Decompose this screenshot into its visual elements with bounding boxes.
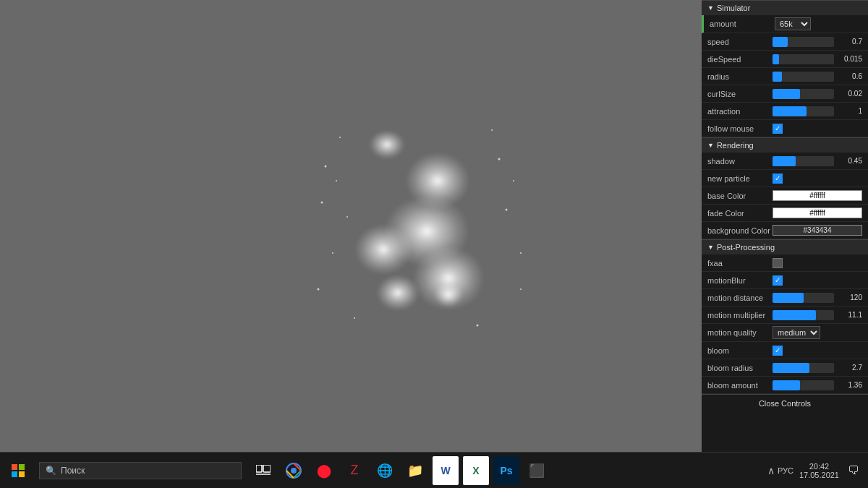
svg-rect-19 — [256, 465, 262, 472]
diespeed-value: 0.015 — [837, 55, 862, 63]
diespeed-label: dieSpeed — [707, 55, 773, 64]
motionblur-checkbox[interactable]: ✓ — [773, 275, 783, 286]
start-button[interactable] — [0, 453, 36, 489]
lang-indicator: РУС — [778, 466, 793, 475]
control-panel: ▼ Simulator amount 65k 32k 128k speed 0.… — [702, 0, 868, 452]
fade-color-input[interactable] — [773, 207, 862, 218]
search-icon: 🔍 — [46, 466, 56, 476]
motion-multiplier-label: motion multiplier — [707, 311, 773, 320]
shadow-label: shadow — [707, 157, 773, 166]
new-particle-checkbox[interactable]: ✓ — [773, 174, 783, 184]
follow-mouse-control: ✓ — [773, 124, 862, 134]
bg-color-label: background Color — [707, 226, 773, 235]
motionblur-label: motionBlur — [707, 276, 773, 285]
motion-multiplier-slider[interactable] — [773, 310, 834, 320]
speed-control: 0.7 — [773, 37, 862, 47]
svg-rect-16 — [19, 464, 25, 470]
fade-color-row: fade Color — [702, 205, 868, 222]
bloom-radius-slider[interactable] — [773, 363, 834, 373]
search-placeholder: Поиск — [61, 466, 85, 476]
particle-scatter — [311, 108, 528, 340]
follow-mouse-checkbox[interactable]: ✓ — [773, 124, 783, 134]
speed-label: speed — [707, 38, 773, 46]
post-processing-section-header[interactable]: ▼ Post-Processing — [702, 239, 868, 254]
unknown-button[interactable]: ⬛ — [524, 456, 550, 485]
speed-slider[interactable] — [773, 37, 834, 47]
svg-point-1 — [336, 180, 337, 181]
diespeed-row: dieSpeed 0.015 — [702, 51, 868, 68]
notification-button[interactable]: 🗨 — [845, 458, 862, 484]
attraction-control: 1 — [773, 106, 862, 116]
curlsize-slider[interactable] — [773, 89, 834, 99]
chrome-button[interactable] — [281, 456, 307, 485]
bloom-checkbox[interactable]: ✓ — [773, 346, 783, 356]
motionblur-control: ✓ — [773, 275, 862, 286]
base-color-row: base Color — [702, 187, 868, 205]
rendering-section-header[interactable]: ▼ Rendering — [702, 137, 868, 153]
amount-select[interactable]: 65k 32k 128k — [775, 17, 811, 30]
svg-point-12 — [477, 325, 479, 327]
motion-multiplier-value: 11.1 — [837, 311, 862, 319]
fxaa-row: fxaa — [702, 254, 868, 272]
curlsize-control: 0.02 — [773, 89, 862, 99]
post-processing-label: Post-Processing — [717, 243, 775, 252]
attraction-slider[interactable] — [773, 106, 834, 116]
diespeed-control: 0.015 — [773, 54, 862, 64]
simulator-section-header[interactable]: ▼ Simulator — [702, 0, 868, 15]
bg-color-input[interactable] — [773, 225, 862, 236]
motion-distance-row: motion distance 120 — [702, 289, 868, 307]
bloom-amount-slider[interactable] — [773, 380, 834, 390]
motion-quality-row: motion quality medium low high — [702, 324, 868, 342]
shadow-row: shadow 0.45 — [702, 153, 868, 170]
motion-distance-control: 120 — [773, 293, 862, 303]
taskbar-right: ∧ РУС 20:42 17.05.2021 🗨 — [767, 458, 868, 484]
chevron-up-icon[interactable]: ∧ — [767, 465, 775, 476]
opera-button[interactable]: ⬤ — [311, 456, 337, 485]
edge-button[interactable]: 🌐 — [372, 456, 398, 485]
clock: 20:42 17.05.2021 — [799, 462, 839, 479]
taskbar: 🔍 Поиск ⬤ Z 🌐 📁 W X Ps ⬛ — [0, 452, 868, 488]
radius-slider[interactable] — [773, 72, 834, 82]
base-color-input[interactable] — [773, 190, 862, 201]
task-view-button[interactable] — [250, 456, 276, 485]
word-button[interactable]: W — [433, 456, 459, 485]
bloom-label: bloom — [707, 346, 773, 355]
amount-control: 65k 32k 128k — [775, 17, 862, 30]
rendering-label: Rendering — [717, 141, 754, 150]
svg-point-4 — [498, 158, 501, 160]
radius-row: radius 0.6 — [702, 68, 868, 85]
svg-point-23 — [291, 468, 297, 474]
svg-point-3 — [346, 216, 348, 218]
amount-label: amount — [710, 20, 775, 28]
motion-quality-select[interactable]: medium low high — [773, 326, 820, 339]
simulator-arrow-icon: ▼ — [707, 4, 714, 12]
rendering-arrow-icon: ▼ — [707, 142, 714, 149]
svg-point-10 — [520, 288, 522, 290]
motion-quality-label: motion quality — [707, 328, 773, 337]
bloom-row: bloom ✓ — [702, 342, 868, 359]
new-particle-label: new particle — [707, 174, 773, 183]
zotero-button[interactable]: Z — [341, 456, 367, 485]
diespeed-slider[interactable] — [773, 54, 834, 64]
motion-multiplier-row: motion multiplier 11.1 — [702, 307, 868, 324]
photoshop-button[interactable]: Ps — [493, 456, 519, 485]
motion-distance-value: 120 — [837, 294, 862, 301]
close-controls-button[interactable]: Close Controls — [702, 394, 868, 412]
svg-rect-17 — [12, 471, 17, 477]
systray: ∧ РУС — [767, 465, 793, 476]
search-box[interactable]: 🔍 Поиск — [39, 462, 242, 479]
motion-distance-label: motion distance — [707, 294, 773, 302]
fxaa-checkbox[interactable] — [773, 258, 783, 268]
svg-point-5 — [513, 180, 514, 181]
date: 17.05.2021 — [799, 471, 839, 479]
svg-point-9 — [318, 288, 320, 291]
svg-point-11 — [354, 317, 355, 319]
shadow-slider[interactable] — [773, 156, 834, 166]
folder-button[interactable]: 📁 — [402, 456, 428, 485]
new-particle-row: new particle ✓ — [702, 170, 868, 187]
bloom-amount-control: 1.36 — [773, 380, 862, 390]
curlsize-label: curlSize — [707, 90, 773, 98]
base-color-control — [773, 190, 862, 201]
motion-distance-slider[interactable] — [773, 293, 834, 303]
excel-button[interactable]: X — [463, 456, 489, 485]
